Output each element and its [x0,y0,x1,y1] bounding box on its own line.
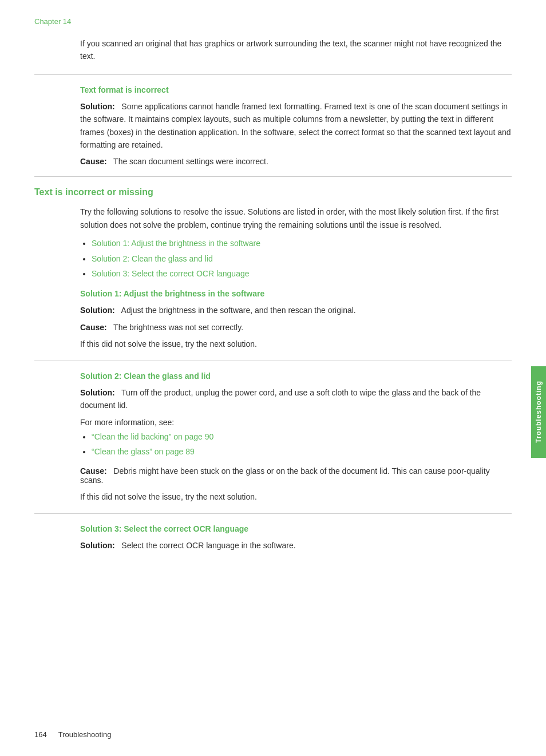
text-incorrect-section: Text is incorrect or missing Try the fol… [34,187,512,280]
text-format-solution-text: Solution: Some applications cannot handl… [80,100,512,152]
solution2-heading: Solution 2: Clean the glass and lid [80,371,512,381]
list-item-solution3: Solution 3: Select the correct OCR langu… [92,267,512,280]
text-format-solution-content: Some applications cannot handle framed t… [80,102,511,149]
side-tab-label: Troubleshooting [535,381,543,444]
solution2-solution-text: Solution: Turn off the product, unplug t… [80,386,512,412]
cause-label-s1: Cause: [80,323,107,332]
text-format-heading: Text format is incorrect [80,85,512,94]
solution3-link[interactable]: Solution 3: Select the correct OCR langu… [92,269,250,278]
divider-1 [34,74,512,75]
solution2-cause-content: Debris might have been stuck on the glas… [80,466,490,485]
divider-2 [34,176,512,177]
chapter-label: Chapter 14 [34,17,512,26]
side-tab: Troubleshooting [531,366,546,458]
solutions-list: Solution 1: Adjust the brightness in the… [80,237,512,280]
solution3-solution-block: Solution: Select the correct OCR languag… [80,539,512,552]
solution1-followup: If this did not solve the issue, try the… [80,338,512,350]
solution2-section: Solution 2: Clean the glass and lid Solu… [34,371,512,503]
solution1-heading: Solution 1: Adjust the brightness in the… [80,289,512,298]
solution3-label: Solution: [80,541,115,550]
text-format-cause: Cause: The scan document settings were i… [80,157,512,166]
list-item-solution1: Solution 1: Adjust the brightness in the… [92,237,512,250]
footer-page-number: 164 [34,730,47,739]
solution-label-1: Solution: [80,102,115,111]
solution2-link-item1: “Clean the lid backing” on page 90 [92,430,512,443]
cause-label-1: Cause: [80,157,107,166]
solution1-content: Adjust the brightness in the software, a… [121,306,356,315]
see-also-label: For more information, see: [80,418,512,427]
solution1-cause: Cause: The brightness was not set correc… [80,323,512,332]
solution1-section: Solution 1: Adjust the brightness in the… [34,289,512,350]
solution1-solution-text: Solution: Adjust the brightness in the s… [80,304,512,316]
solution1-solution-block: Solution: Adjust the brightness in the s… [80,304,512,316]
text-incorrect-heading: Text is incorrect or missing [34,187,512,197]
solution2-link[interactable]: Solution 2: Clean the glass and lid [92,254,213,263]
solution1-cause-content: The brightness was not set correctly. [113,323,243,332]
page-container: Chapter 14 If you scanned an original th… [0,0,546,756]
text-format-cause-content: The scan document settings were incorrec… [113,157,268,166]
solution1-label: Solution: [80,306,115,315]
solution2-links-list: “Clean the lid backing” on page 90 “Clea… [80,430,512,458]
list-item-solution2: Solution 2: Clean the glass and lid [92,252,512,265]
solution3-content: Select the correct OCR language in the s… [121,541,295,550]
text-format-solution-block: Solution: Some applications cannot handl… [80,100,512,152]
solution2-solution-block: Solution: Turn off the product, unplug t… [80,386,512,412]
text-incorrect-intro: Try the following solutions to resolve t… [80,205,512,231]
solution2-link-item2: “Clean the glass” on page 89 [92,445,512,458]
solution2-label: Solution: [80,388,115,397]
solution2-cause: Cause: Debris might have been stuck on t… [80,466,512,485]
solution1-link[interactable]: Solution 1: Adjust the brightness in the… [92,239,260,248]
clean-lid-link[interactable]: “Clean the lid backing” on page 90 [92,432,213,441]
divider-4 [34,513,512,514]
solution2-followup: If this did not solve the issue, try the… [80,490,512,503]
solution3-heading: Solution 3: Select the correct OCR langu… [80,524,512,533]
footer: 164 Troubleshooting [34,730,111,739]
footer-label: Troubleshooting [58,730,112,739]
solution2-content: Turn off the product, unplug the power c… [80,388,481,410]
text-format-section: Text format is incorrect Solution: Some … [34,85,512,167]
cause-label-s2: Cause: [80,466,107,476]
solution3-section: Solution 3: Select the correct OCR langu… [34,524,512,552]
solution3-solution-text: Solution: Select the correct OCR languag… [80,539,512,552]
intro-paragraph: If you scanned an original that has grap… [80,37,512,63]
divider-3 [34,361,512,361]
clean-glass-link[interactable]: “Clean the glass” on page 89 [92,447,195,456]
